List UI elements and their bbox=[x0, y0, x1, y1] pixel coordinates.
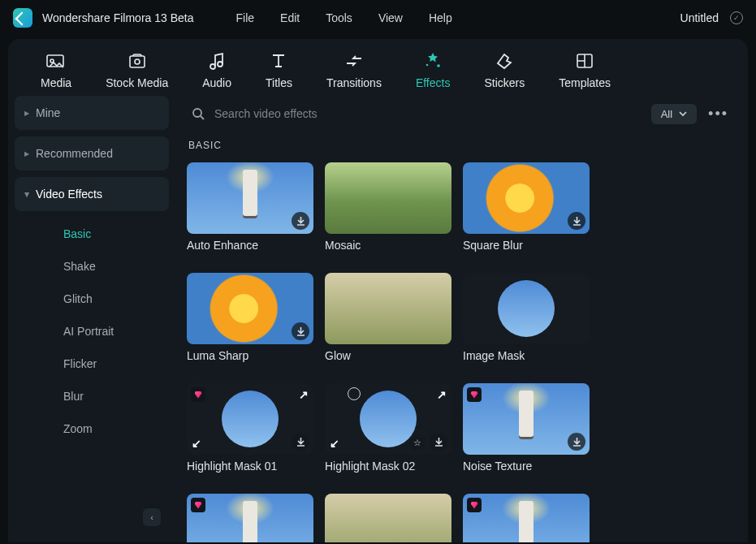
effect-thumbnail bbox=[325, 273, 451, 344]
sidebar-group-video-effects[interactable]: ▶ Video Effects bbox=[15, 177, 169, 211]
tab-titles[interactable]: Titles bbox=[266, 50, 292, 89]
search-input[interactable]: Search video effects bbox=[187, 102, 643, 125]
effect-card[interactable]: Mosaic bbox=[325, 162, 451, 252]
main-panel: Media Stock Media Audio Titles Transitio… bbox=[8, 39, 748, 542]
stock-media-icon bbox=[127, 50, 148, 71]
menu-help[interactable]: Help bbox=[429, 11, 452, 24]
app-title: Wondershare Filmora 13 Beta bbox=[42, 11, 194, 24]
effect-card[interactable]: ☆↗↙Highlight Mask 02 bbox=[325, 383, 451, 473]
tab-label: Titles bbox=[266, 76, 292, 89]
effect-card[interactable]: Square Blur bbox=[463, 162, 590, 252]
svg-point-5 bbox=[437, 64, 440, 67]
templates-icon bbox=[574, 50, 595, 71]
effect-thumbnail bbox=[463, 162, 590, 234]
premium-gem-icon bbox=[191, 498, 205, 512]
audio-icon bbox=[206, 50, 227, 71]
effect-thumbnail bbox=[325, 162, 451, 234]
sidebar-item-glitch[interactable]: Glitch bbox=[15, 283, 169, 315]
transitions-icon bbox=[343, 50, 365, 71]
tab-label: Stickers bbox=[484, 76, 525, 89]
filter-dropdown[interactable]: All bbox=[651, 104, 697, 124]
tab-stickers[interactable]: Stickers bbox=[484, 50, 525, 89]
sidebar-collapse-button[interactable]: ‹ bbox=[143, 508, 161, 526]
sidebar: ▶ Mine ▶ Recommended ▶ Video Effects Bas… bbox=[8, 96, 175, 542]
sync-status-icon[interactable]: ✓ bbox=[730, 11, 743, 24]
effect-label: Highlight Mask 02 bbox=[325, 460, 451, 473]
sidebar-item-blur[interactable]: Blur bbox=[15, 380, 169, 412]
tab-label: Audio bbox=[202, 76, 231, 89]
tab-transitions[interactable]: Transitions bbox=[326, 50, 382, 89]
more-menu-button[interactable]: ••• bbox=[705, 106, 732, 123]
premium-gem-icon bbox=[467, 387, 482, 402]
sidebar-group-recommended[interactable]: ▶ Recommended bbox=[15, 136, 169, 171]
sidebar-item-ai-portrait[interactable]: AI Portrait bbox=[15, 315, 169, 348]
title-bar: Wondershare Filmora 13 Beta File Edit To… bbox=[0, 0, 756, 36]
tab-stock-media[interactable]: Stock Media bbox=[106, 50, 168, 89]
effect-thumbnail bbox=[463, 383, 590, 455]
download-icon[interactable] bbox=[568, 433, 585, 451]
menu-view[interactable]: View bbox=[378, 11, 403, 24]
chevron-down-icon bbox=[679, 111, 687, 117]
effect-label: Image Mask bbox=[463, 349, 590, 362]
svg-point-1 bbox=[50, 59, 54, 63]
media-icon bbox=[45, 50, 67, 71]
title-right: Untitled ✓ bbox=[680, 11, 743, 24]
tab-label: Transitions bbox=[326, 76, 382, 89]
effect-thumbnail bbox=[463, 273, 590, 344]
filter-label: All bbox=[661, 108, 672, 120]
effect-label: Auto Enhance bbox=[187, 239, 313, 252]
svg-point-3 bbox=[210, 64, 215, 69]
tab-media[interactable]: Media bbox=[41, 50, 71, 89]
effect-card[interactable]: Noise Texture bbox=[463, 383, 590, 473]
menu-tools[interactable]: Tools bbox=[326, 11, 352, 24]
effect-thumbnail: ↗↙ bbox=[187, 383, 313, 455]
effect-thumbnail bbox=[325, 494, 451, 542]
chevron-right-icon: ▶ bbox=[24, 150, 29, 158]
premium-gem-icon bbox=[467, 498, 482, 512]
effect-card[interactable]: ↗↙Highlight Mask 01 bbox=[187, 383, 313, 473]
app-logo bbox=[13, 8, 32, 28]
svg-point-8 bbox=[193, 109, 201, 117]
download-icon[interactable] bbox=[292, 212, 309, 230]
document-name: Untitled bbox=[680, 11, 719, 24]
sidebar-item-flicker[interactable]: Flicker bbox=[15, 348, 169, 380]
sidebar-item-zoom[interactable]: Zoom bbox=[15, 412, 169, 445]
effects-scroll[interactable]: BASIC Auto EnhanceMosaicSquare BlurLuma … bbox=[175, 132, 748, 542]
tab-templates[interactable]: Templates bbox=[559, 50, 611, 89]
stickers-icon bbox=[494, 50, 515, 71]
effect-card[interactable] bbox=[325, 494, 451, 542]
effect-card[interactable]: Auto Enhance bbox=[187, 162, 313, 252]
sidebar-item-shake[interactable]: Shake bbox=[15, 250, 169, 283]
tab-audio[interactable]: Audio bbox=[202, 50, 231, 89]
chevron-down-icon: ▶ bbox=[24, 192, 31, 196]
effect-thumbnail bbox=[463, 494, 590, 542]
sidebar-group-label: Recommended bbox=[36, 147, 113, 160]
effect-card[interactable]: Image Mask bbox=[463, 273, 590, 362]
effect-card[interactable] bbox=[463, 494, 590, 542]
titles-icon bbox=[268, 50, 289, 71]
browse-panel: Search video effects All ••• BASIC Auto … bbox=[175, 96, 748, 542]
effect-thumbnail bbox=[187, 273, 313, 344]
chevron-right-icon: ▶ bbox=[24, 110, 29, 117]
menu-edit[interactable]: Edit bbox=[280, 11, 300, 24]
download-icon[interactable] bbox=[568, 212, 585, 230]
effect-label: Glow bbox=[325, 349, 451, 362]
menu-bar: File Edit Tools View Help bbox=[236, 11, 452, 24]
menu-file[interactable]: File bbox=[236, 11, 255, 24]
tab-label: Stock Media bbox=[106, 76, 168, 89]
effect-card[interactable]: Glow bbox=[325, 273, 451, 362]
effect-card[interactable]: Luma Sharp bbox=[187, 273, 313, 362]
search-icon bbox=[192, 107, 205, 120]
tab-label: Templates bbox=[559, 76, 611, 89]
effect-thumbnail bbox=[187, 162, 313, 234]
effect-thumbnail: ☆↗↙ bbox=[325, 383, 451, 455]
section-title: BASIC bbox=[188, 140, 735, 151]
resize-arrows-icon: ↗↙ bbox=[187, 383, 313, 455]
effect-label: Luma Sharp bbox=[187, 349, 313, 362]
sidebar-item-basic[interactable]: Basic bbox=[15, 218, 169, 250]
effect-card[interactable] bbox=[187, 494, 313, 542]
search-placeholder: Search video effects bbox=[214, 107, 318, 120]
tab-effects[interactable]: Effects bbox=[416, 50, 451, 89]
sidebar-group-mine[interactable]: ▶ Mine bbox=[15, 96, 169, 130]
download-icon[interactable] bbox=[292, 322, 309, 340]
